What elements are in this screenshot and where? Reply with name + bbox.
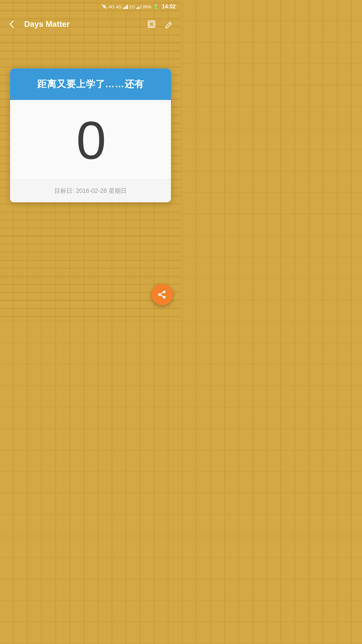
app-title: Days Matter xyxy=(24,19,139,29)
stamp-icon[interactable] xyxy=(145,17,158,31)
share-icon xyxy=(158,290,167,299)
back-button[interactable] xyxy=(5,17,19,31)
app-bar-actions xyxy=(145,17,176,31)
card-header: 距离又要上学了……还有 xyxy=(10,68,171,100)
battery-icon: 🔋 xyxy=(153,4,159,9)
event-title: 距离又要上学了……还有 xyxy=(37,79,144,89)
status-bar: 4G 4G 2G 86% 🔋 14:02 xyxy=(0,0,181,13)
main-content: 距离又要上学了……还有 0 目标日: 2016-02-28 星期日 xyxy=(0,55,181,216)
status-bar-left: 4G 4G 2G 86% 🔋 xyxy=(5,4,159,10)
card-footer: 目标日: 2016-02-28 星期日 xyxy=(10,179,171,202)
days-count: 0 xyxy=(76,113,105,167)
signal-bars-1 xyxy=(123,4,128,9)
mute-icon xyxy=(101,4,107,10)
target-date: 目标日: 2016-02-28 星期日 xyxy=(54,187,126,194)
app-bar: Days Matter xyxy=(0,13,181,35)
edit-icon[interactable] xyxy=(162,17,176,31)
share-fab[interactable] xyxy=(152,284,173,305)
network1-label: 4G xyxy=(109,4,114,9)
signal-bars-2 xyxy=(136,4,141,9)
time-display: 14:02 xyxy=(162,4,176,10)
svg-rect-2 xyxy=(149,22,154,26)
event-card: 距离又要上学了……还有 0 目标日: 2016-02-28 星期日 xyxy=(10,68,171,202)
battery-percent: 86% xyxy=(143,4,152,9)
network3-label: 2G xyxy=(129,4,135,9)
card-body: 0 xyxy=(10,100,171,179)
network2-label: 4G xyxy=(116,4,121,9)
